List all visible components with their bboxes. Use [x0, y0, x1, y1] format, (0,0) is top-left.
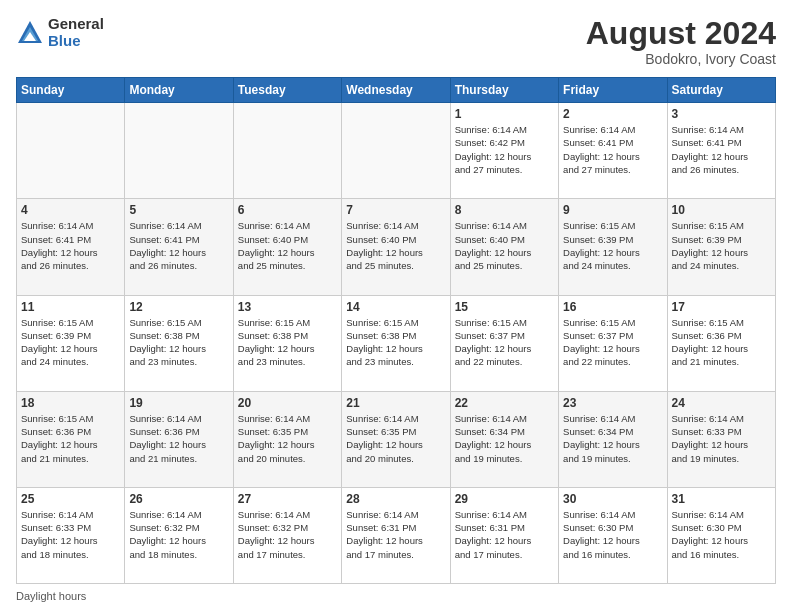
day-number: 23: [563, 396, 662, 410]
day-info: Sunrise: 6:15 AM Sunset: 6:39 PM Dayligh…: [21, 316, 120, 369]
day-info: Sunrise: 6:14 AM Sunset: 6:35 PM Dayligh…: [346, 412, 445, 465]
calendar-day-cell: 30Sunrise: 6:14 AM Sunset: 6:30 PM Dayli…: [559, 487, 667, 583]
calendar-col-header: Friday: [559, 78, 667, 103]
day-info: Sunrise: 6:14 AM Sunset: 6:34 PM Dayligh…: [563, 412, 662, 465]
calendar-week-row: 11Sunrise: 6:15 AM Sunset: 6:39 PM Dayli…: [17, 295, 776, 391]
day-info: Sunrise: 6:14 AM Sunset: 6:41 PM Dayligh…: [129, 219, 228, 272]
day-number: 28: [346, 492, 445, 506]
calendar-day-cell: 27Sunrise: 6:14 AM Sunset: 6:32 PM Dayli…: [233, 487, 341, 583]
calendar-day-cell: 7Sunrise: 6:14 AM Sunset: 6:40 PM Daylig…: [342, 199, 450, 295]
calendar-day-cell: 29Sunrise: 6:14 AM Sunset: 6:31 PM Dayli…: [450, 487, 558, 583]
calendar-header-row: SundayMondayTuesdayWednesdayThursdayFrid…: [17, 78, 776, 103]
title-month: August 2024: [586, 16, 776, 51]
day-number: 16: [563, 300, 662, 314]
calendar-day-cell: 23Sunrise: 6:14 AM Sunset: 6:34 PM Dayli…: [559, 391, 667, 487]
calendar-day-cell: 5Sunrise: 6:14 AM Sunset: 6:41 PM Daylig…: [125, 199, 233, 295]
calendar-day-cell: 28Sunrise: 6:14 AM Sunset: 6:31 PM Dayli…: [342, 487, 450, 583]
calendar-col-header: Tuesday: [233, 78, 341, 103]
calendar-day-cell: 31Sunrise: 6:14 AM Sunset: 6:30 PM Dayli…: [667, 487, 775, 583]
day-info: Sunrise: 6:15 AM Sunset: 6:38 PM Dayligh…: [346, 316, 445, 369]
logo-blue: Blue: [48, 33, 104, 50]
footer: Daylight hours: [16, 590, 776, 602]
day-info: Sunrise: 6:14 AM Sunset: 6:31 PM Dayligh…: [455, 508, 554, 561]
day-info: Sunrise: 6:14 AM Sunset: 6:30 PM Dayligh…: [672, 508, 771, 561]
calendar-day-cell: 25Sunrise: 6:14 AM Sunset: 6:33 PM Dayli…: [17, 487, 125, 583]
title-location: Bodokro, Ivory Coast: [586, 51, 776, 67]
calendar-week-row: 4Sunrise: 6:14 AM Sunset: 6:41 PM Daylig…: [17, 199, 776, 295]
day-info: Sunrise: 6:14 AM Sunset: 6:41 PM Dayligh…: [672, 123, 771, 176]
day-info: Sunrise: 6:15 AM Sunset: 6:38 PM Dayligh…: [129, 316, 228, 369]
day-number: 15: [455, 300, 554, 314]
day-number: 10: [672, 203, 771, 217]
calendar-day-cell: 15Sunrise: 6:15 AM Sunset: 6:37 PM Dayli…: [450, 295, 558, 391]
calendar-day-cell: 12Sunrise: 6:15 AM Sunset: 6:38 PM Dayli…: [125, 295, 233, 391]
day-number: 5: [129, 203, 228, 217]
day-info: Sunrise: 6:14 AM Sunset: 6:41 PM Dayligh…: [563, 123, 662, 176]
calendar-day-cell: [233, 103, 341, 199]
day-number: 22: [455, 396, 554, 410]
day-number: 29: [455, 492, 554, 506]
day-info: Sunrise: 6:15 AM Sunset: 6:36 PM Dayligh…: [21, 412, 120, 465]
day-info: Sunrise: 6:14 AM Sunset: 6:31 PM Dayligh…: [346, 508, 445, 561]
calendar-day-cell: 22Sunrise: 6:14 AM Sunset: 6:34 PM Dayli…: [450, 391, 558, 487]
day-info: Sunrise: 6:14 AM Sunset: 6:36 PM Dayligh…: [129, 412, 228, 465]
day-number: 14: [346, 300, 445, 314]
day-info: Sunrise: 6:14 AM Sunset: 6:33 PM Dayligh…: [21, 508, 120, 561]
calendar-day-cell: 14Sunrise: 6:15 AM Sunset: 6:38 PM Dayli…: [342, 295, 450, 391]
day-number: 8: [455, 203, 554, 217]
calendar-col-header: Sunday: [17, 78, 125, 103]
calendar-day-cell: 13Sunrise: 6:15 AM Sunset: 6:38 PM Dayli…: [233, 295, 341, 391]
day-info: Sunrise: 6:14 AM Sunset: 6:40 PM Dayligh…: [238, 219, 337, 272]
day-info: Sunrise: 6:14 AM Sunset: 6:35 PM Dayligh…: [238, 412, 337, 465]
day-info: Sunrise: 6:14 AM Sunset: 6:32 PM Dayligh…: [129, 508, 228, 561]
calendar-col-header: Wednesday: [342, 78, 450, 103]
calendar-table: SundayMondayTuesdayWednesdayThursdayFrid…: [16, 77, 776, 584]
calendar-day-cell: 21Sunrise: 6:14 AM Sunset: 6:35 PM Dayli…: [342, 391, 450, 487]
calendar-day-cell: 1Sunrise: 6:14 AM Sunset: 6:42 PM Daylig…: [450, 103, 558, 199]
day-number: 9: [563, 203, 662, 217]
calendar-day-cell: 2Sunrise: 6:14 AM Sunset: 6:41 PM Daylig…: [559, 103, 667, 199]
calendar-week-row: 25Sunrise: 6:14 AM Sunset: 6:33 PM Dayli…: [17, 487, 776, 583]
calendar-day-cell: 11Sunrise: 6:15 AM Sunset: 6:39 PM Dayli…: [17, 295, 125, 391]
day-info: Sunrise: 6:15 AM Sunset: 6:39 PM Dayligh…: [672, 219, 771, 272]
day-number: 17: [672, 300, 771, 314]
day-number: 2: [563, 107, 662, 121]
day-info: Sunrise: 6:14 AM Sunset: 6:32 PM Dayligh…: [238, 508, 337, 561]
calendar-day-cell: 9Sunrise: 6:15 AM Sunset: 6:39 PM Daylig…: [559, 199, 667, 295]
day-number: 31: [672, 492, 771, 506]
day-info: Sunrise: 6:14 AM Sunset: 6:40 PM Dayligh…: [346, 219, 445, 272]
day-info: Sunrise: 6:15 AM Sunset: 6:39 PM Dayligh…: [563, 219, 662, 272]
calendar-week-row: 18Sunrise: 6:15 AM Sunset: 6:36 PM Dayli…: [17, 391, 776, 487]
calendar-day-cell: 6Sunrise: 6:14 AM Sunset: 6:40 PM Daylig…: [233, 199, 341, 295]
logo-text: General Blue: [48, 16, 104, 49]
day-number: 20: [238, 396, 337, 410]
calendar-day-cell: 17Sunrise: 6:15 AM Sunset: 6:36 PM Dayli…: [667, 295, 775, 391]
header: General Blue August 2024 Bodokro, Ivory …: [16, 16, 776, 67]
page: General Blue August 2024 Bodokro, Ivory …: [0, 0, 792, 612]
day-info: Sunrise: 6:15 AM Sunset: 6:37 PM Dayligh…: [563, 316, 662, 369]
calendar-week-row: 1Sunrise: 6:14 AM Sunset: 6:42 PM Daylig…: [17, 103, 776, 199]
calendar-day-cell: 24Sunrise: 6:14 AM Sunset: 6:33 PM Dayli…: [667, 391, 775, 487]
day-info: Sunrise: 6:14 AM Sunset: 6:41 PM Dayligh…: [21, 219, 120, 272]
logo-general: General: [48, 16, 104, 33]
calendar-day-cell: 16Sunrise: 6:15 AM Sunset: 6:37 PM Dayli…: [559, 295, 667, 391]
calendar-day-cell: 3Sunrise: 6:14 AM Sunset: 6:41 PM Daylig…: [667, 103, 775, 199]
day-number: 19: [129, 396, 228, 410]
day-info: Sunrise: 6:15 AM Sunset: 6:38 PM Dayligh…: [238, 316, 337, 369]
calendar-day-cell: 4Sunrise: 6:14 AM Sunset: 6:41 PM Daylig…: [17, 199, 125, 295]
day-info: Sunrise: 6:14 AM Sunset: 6:30 PM Dayligh…: [563, 508, 662, 561]
calendar-day-cell: 18Sunrise: 6:15 AM Sunset: 6:36 PM Dayli…: [17, 391, 125, 487]
day-info: Sunrise: 6:15 AM Sunset: 6:36 PM Dayligh…: [672, 316, 771, 369]
logo-icon: [16, 19, 44, 47]
footer-text: Daylight hours: [16, 590, 86, 602]
calendar-day-cell: [125, 103, 233, 199]
day-number: 11: [21, 300, 120, 314]
calendar-col-header: Monday: [125, 78, 233, 103]
calendar-day-cell: 19Sunrise: 6:14 AM Sunset: 6:36 PM Dayli…: [125, 391, 233, 487]
calendar-day-cell: [17, 103, 125, 199]
title-block: August 2024 Bodokro, Ivory Coast: [586, 16, 776, 67]
day-number: 24: [672, 396, 771, 410]
day-number: 13: [238, 300, 337, 314]
day-number: 3: [672, 107, 771, 121]
calendar-col-header: Thursday: [450, 78, 558, 103]
